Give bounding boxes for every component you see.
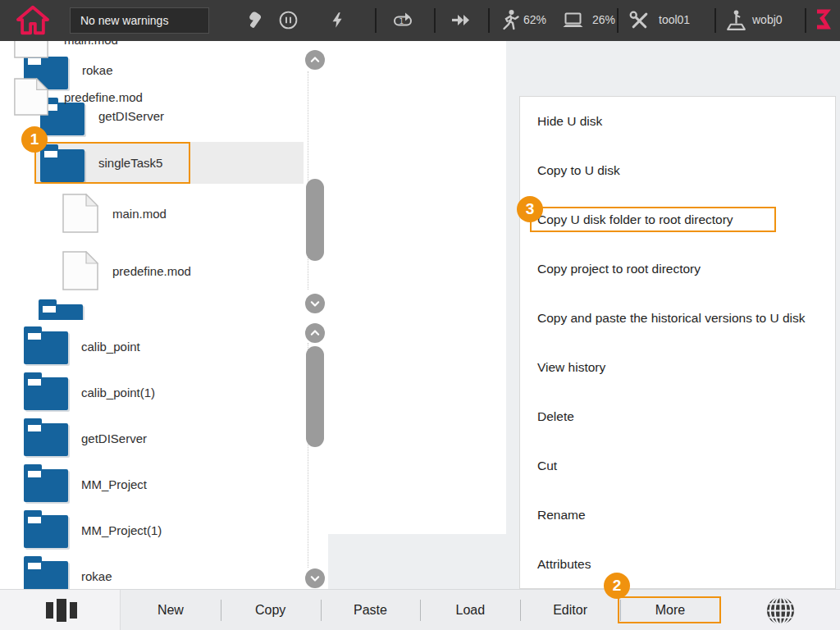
scroll-down-button[interactable] (305, 294, 325, 313)
folder-icon (22, 418, 71, 458)
single-cycle-icon[interactable]: 1 (391, 10, 414, 30)
bottombar-button-label: New (158, 603, 184, 618)
power-flash-icon[interactable] (329, 10, 347, 30)
file-icon (62, 194, 98, 233)
project-row[interactable]: rokae (0, 553, 328, 589)
project-list-panel: calib_point calib_point(1) getDIServer M… (0, 323, 328, 589)
context-menu-item[interactable]: Delete (520, 392, 835, 441)
topbar-separator (375, 8, 377, 33)
annotation-badge-2: 2 (604, 573, 630, 599)
top-status-bar: No new warnings 1 62% 26% tool01 wobj0 (0, 0, 840, 41)
panels-columns-icon[interactable] (46, 598, 77, 626)
project-row[interactable]: getDIServer (0, 415, 328, 461)
annotation-badge-1: 1 (21, 126, 48, 153)
rokae-logo-icon (814, 7, 833, 33)
tree-item-mainmod[interactable] (62, 194, 98, 233)
tree-item-partial[interactable] (37, 299, 86, 320)
project-label: rokae (81, 569, 112, 583)
topbar-separator (714, 8, 716, 33)
bottombar-button-label: Paste (354, 603, 387, 618)
bottombar-button[interactable]: Editor (520, 590, 620, 630)
jog-hand-icon[interactable] (245, 10, 265, 31)
chevron-up-icon (307, 52, 323, 68)
home-icon (15, 4, 51, 37)
project-label: calib_point (81, 340, 140, 354)
bottombar-button-label: Editor (553, 603, 587, 618)
scroll-up-button[interactable] (305, 323, 325, 343)
topbar-separator (434, 8, 436, 33)
folder-icon (22, 510, 71, 550)
folder-icon (22, 556, 71, 589)
bottombar-button-label: Load (455, 603, 485, 618)
annotation-rect-1 (34, 142, 190, 184)
annotation-rect-2 (618, 596, 721, 623)
menu-item-label: View history (537, 360, 605, 375)
annotation-rect-3 (530, 207, 776, 232)
context-menu-item[interactable]: View history (520, 343, 835, 392)
menu-item-label: Copy to U disk (537, 163, 620, 178)
context-menu-item[interactable]: Copy and paste the historical versions t… (520, 294, 835, 343)
context-menu-item[interactable]: Hide U disk (520, 97, 835, 146)
file-icon (13, 78, 49, 116)
context-menu-item[interactable]: Rename (520, 491, 835, 540)
folder-icon (22, 464, 71, 504)
warning-message-box[interactable]: No new warnings (70, 7, 209, 34)
project-label: MM_Project (81, 477, 147, 491)
scroll-down-button[interactable] (305, 568, 325, 588)
bottombar-button[interactable]: Load (420, 590, 520, 630)
folder-icon (22, 326, 71, 366)
controller-load-icon[interactable] (561, 11, 585, 30)
context-menu-item[interactable]: Copy project to root directory (520, 244, 835, 294)
folder-icon (37, 299, 86, 320)
wobj-name: wobj0 (752, 13, 783, 26)
menu-item-label: Copy and paste the historical versions t… (537, 311, 806, 326)
project-label: calib_point(1) (81, 386, 155, 399)
topbar-separator (488, 8, 490, 33)
folder-icon (22, 372, 71, 412)
context-menu-item[interactable]: Cut (520, 441, 835, 491)
annotation-badge-3: 3 (517, 196, 543, 222)
chevron-up-icon (307, 325, 323, 341)
context-menu-item[interactable]: Attributes (520, 540, 835, 589)
scroll-up-button[interactable] (305, 50, 325, 70)
tree-item-predefinemod[interactable] (62, 251, 98, 290)
home-button[interactable] (13, 3, 52, 38)
controller-load-value: 26% (592, 13, 615, 26)
project-row[interactable]: MM_Project(1) (0, 507, 328, 553)
topbar-separator (617, 8, 619, 33)
run-speed-value: 62% (523, 13, 546, 26)
project-label: getDIServer (81, 431, 147, 445)
context-menu-item[interactable]: Copy to U disk (520, 146, 835, 195)
context-menu: Hide U disk Copy to U disk Copy U disk f… (519, 96, 836, 589)
menu-item-label: Rename (537, 508, 586, 523)
file-label: predefine.mod (64, 90, 143, 104)
menu-item-label: Delete (537, 409, 574, 424)
file-row[interactable]: predefine.mod (13, 68, 143, 126)
skip-forward-icon[interactable] (450, 10, 474, 30)
chevron-down-icon (307, 295, 323, 312)
tree-item-label[interactable]: predefine.mod (112, 264, 191, 278)
bottombar-button[interactable]: Paste (321, 590, 421, 630)
scrollbar-thumb[interactable] (306, 346, 324, 447)
run-speed-icon[interactable] (499, 8, 520, 32)
chevron-down-icon (307, 570, 323, 587)
project-row[interactable]: calib_point(1) (0, 369, 328, 415)
warning-text: No new warnings (80, 14, 168, 27)
topbar-separator (805, 8, 806, 33)
svg-text:1: 1 (399, 17, 404, 25)
menu-item-label: Attributes (537, 557, 591, 572)
pause-icon[interactable] (278, 10, 299, 30)
project-row[interactable]: MM_Project (0, 461, 328, 507)
scrollbar-thumb[interactable] (306, 179, 324, 261)
bottombar-button[interactable]: New (121, 590, 221, 630)
file-icon (62, 251, 98, 290)
tool-settings-icon[interactable] (628, 10, 651, 32)
wobj-joystick-icon[interactable] (725, 8, 747, 32)
bottombar-button[interactable]: Copy (221, 590, 321, 630)
language-globe-icon[interactable] (765, 596, 796, 629)
tool-name: tool01 (659, 13, 690, 26)
project-row[interactable]: calib_point (0, 323, 328, 369)
tree-item-label[interactable]: main.mod (112, 207, 167, 221)
project-label: MM_Project(1) (81, 523, 162, 537)
menu-item-label: Copy project to root directory (537, 262, 701, 276)
